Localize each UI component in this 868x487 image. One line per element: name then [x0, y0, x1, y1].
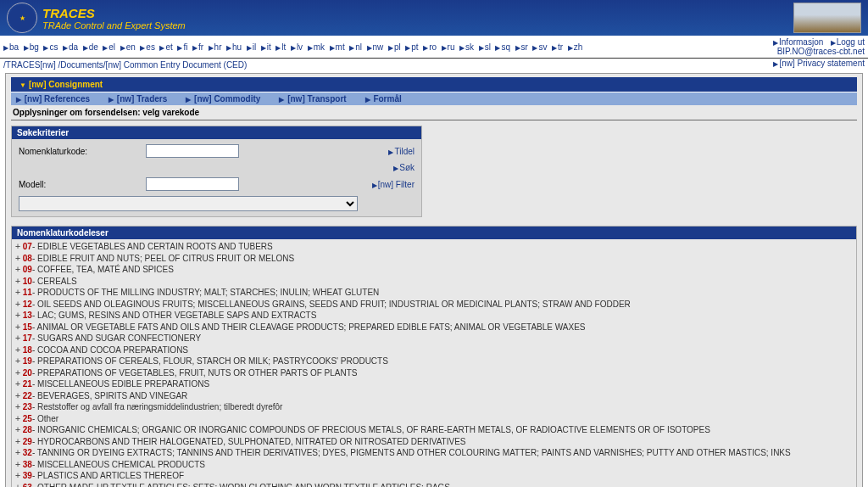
lang-sr[interactable]: ▶sr — [515, 42, 533, 52]
nomenclature-code[interactable]: 25 — [23, 414, 32, 423]
lang-ba[interactable]: ▶ba — [3, 42, 24, 52]
nomenclature-code[interactable]: 28 — [23, 425, 32, 434]
lang-zh[interactable]: ▶zh — [568, 42, 585, 52]
filter-link[interactable]: ▶[nw] Filter — [372, 180, 415, 189]
lang-nl[interactable]: ▶nl — [349, 42, 366, 52]
nomenclature-code[interactable]: 23 — [23, 402, 32, 411]
breadcrumb-documents[interactable]: /Documents/ — [58, 60, 105, 70]
tab-consignment[interactable]: ▼[nw] Consignment — [11, 77, 112, 92]
lang-da[interactable]: ▶da — [63, 42, 83, 52]
nomenclature-code[interactable]: 39 — [23, 471, 32, 480]
nomenclature-code[interactable]: 20 — [23, 368, 32, 378]
lang-tr[interactable]: ▶tr — [552, 42, 568, 52]
lang-pl[interactable]: ▶pl — [388, 42, 405, 52]
nomenclature-code[interactable]: 32 — [23, 448, 32, 457]
nomenclature-code[interactable]: 19 — [23, 356, 32, 366]
expand-icon[interactable]: + — [15, 471, 20, 480]
nomenclature-code[interactable]: 08 — [23, 254, 32, 263]
info-link[interactable]: ▶Informasjon — [773, 37, 823, 47]
nomenklaturkode-input[interactable] — [146, 144, 239, 158]
expand-icon[interactable]: + — [15, 288, 20, 297]
nomenclature-code[interactable]: 09 — [23, 265, 32, 274]
nomenclature-code[interactable]: 63 — [23, 483, 32, 488]
nomenclature-code[interactable]: 15 — [23, 322, 32, 332]
tree-row: + 09- COFFEE, TEA, MATÉ AND SPICES — [15, 264, 853, 276]
lang-bg[interactable]: ▶bg — [24, 42, 44, 52]
expand-icon[interactable]: + — [15, 356, 20, 366]
lang-en[interactable]: ▶en — [120, 42, 141, 52]
modell-input[interactable] — [146, 177, 239, 191]
subtab[interactable]: ▶ [nw] References — [16, 94, 90, 104]
privacy-link[interactable]: ▶[nw] Privacy statement — [773, 59, 865, 68]
nomenclature-code[interactable]: 38 — [23, 460, 32, 469]
breadcrumb-root[interactable]: /TRACES — [3, 60, 40, 70]
expand-icon[interactable]: + — [15, 425, 20, 434]
lang-sk[interactable]: ▶sk — [459, 42, 479, 52]
lang-lt[interactable]: ▶lt — [275, 42, 291, 52]
expand-icon[interactable]: + — [15, 254, 20, 263]
lang-hr[interactable]: ▶hr — [209, 42, 226, 52]
lang-hu[interactable]: ▶hu — [226, 42, 247, 52]
nomenclature-desc: - BEVERAGES, SPIRITS AND VINEGAR — [32, 391, 187, 400]
lang-sl[interactable]: ▶sl — [479, 42, 496, 52]
nomenclature-code[interactable]: 07 — [23, 242, 32, 251]
lang-es[interactable]: ▶es — [140, 42, 159, 52]
nomenclature-code[interactable]: 11 — [23, 288, 32, 297]
lang-sq[interactable]: ▶sq — [495, 42, 515, 52]
lang-pt[interactable]: ▶pt — [405, 42, 423, 52]
breadcrumb-ced[interactable]: [nw] Common Entry Document (CED) — [106, 60, 248, 70]
nomenclature-code[interactable]: 12 — [23, 299, 32, 309]
lang-il[interactable]: ▶il — [247, 42, 261, 52]
expand-icon[interactable]: + — [15, 414, 20, 423]
nomenclature-code[interactable]: 17 — [23, 333, 32, 343]
lang-mt[interactable]: ▶mt — [330, 42, 350, 52]
nomenclature-desc: - EDIBLE VEGETABLES AND CERTAIN ROOTS AN… — [32, 242, 273, 251]
lang-lv[interactable]: ▶lv — [291, 42, 308, 52]
lang-nw[interactable]: ▶nw — [367, 42, 388, 52]
subtab[interactable]: ▶ [nw] Commodity — [186, 94, 260, 104]
nomenclature-code[interactable]: 29 — [23, 437, 32, 446]
lang-fr[interactable]: ▶fr — [192, 42, 209, 52]
expand-icon[interactable]: + — [15, 391, 20, 400]
expand-icon[interactable]: + — [15, 311, 20, 320]
subtab[interactable]: ▶ Formål — [365, 94, 402, 104]
lang-el[interactable]: ▶el — [103, 42, 120, 52]
tildel-link[interactable]: ▶Tildel — [388, 147, 415, 156]
expand-icon[interactable]: + — [15, 322, 20, 332]
nomenclature-code[interactable]: 13 — [23, 311, 32, 320]
lang-et[interactable]: ▶et — [159, 42, 177, 52]
expand-icon[interactable]: + — [15, 345, 20, 355]
expand-icon[interactable]: + — [15, 402, 20, 411]
expand-icon[interactable]: + — [15, 299, 20, 309]
nomenclature-desc: - CEREALS — [32, 277, 77, 286]
expand-icon[interactable]: + — [15, 277, 20, 286]
expand-icon[interactable]: + — [15, 483, 20, 488]
lang-cs[interactable]: ▶cs — [43, 42, 63, 52]
nomenclature-code[interactable]: 18 — [23, 345, 32, 355]
lang-it[interactable]: ▶it — [261, 42, 276, 52]
expand-icon[interactable]: + — [15, 333, 20, 343]
tree-row: + 25- Other — [15, 413, 853, 425]
lang-mk[interactable]: ▶mk — [308, 42, 330, 52]
logout-link[interactable]: ▶Logg ut — [831, 37, 865, 47]
primary-tabs: ▼[nw] Consignment — [11, 77, 857, 92]
expand-icon[interactable]: + — [15, 379, 20, 389]
expand-icon[interactable]: + — [15, 242, 20, 251]
expand-icon[interactable]: + — [15, 437, 20, 446]
nomenclature-code[interactable]: 10 — [23, 277, 32, 286]
nomenclature-code[interactable]: 22 — [23, 391, 32, 400]
expand-icon[interactable]: + — [15, 448, 20, 457]
lang-ro[interactable]: ▶ro — [423, 42, 441, 52]
modell-select[interactable] — [19, 196, 358, 211]
lang-ru[interactable]: ▶ru — [442, 42, 459, 52]
sok-link[interactable]: ▶Søk — [393, 163, 415, 172]
subtab[interactable]: ▶ [nw] Traders — [108, 94, 167, 104]
lang-de[interactable]: ▶de — [83, 42, 103, 52]
expand-icon[interactable]: + — [15, 460, 20, 469]
expand-icon[interactable]: + — [15, 265, 20, 274]
lang-fi[interactable]: ▶fi — [177, 42, 192, 52]
nomenclature-code[interactable]: 21 — [23, 379, 32, 389]
subtab[interactable]: ▶ [nw] Transport — [279, 94, 346, 104]
lang-sv[interactable]: ▶sv — [532, 42, 552, 52]
expand-icon[interactable]: + — [15, 368, 20, 378]
